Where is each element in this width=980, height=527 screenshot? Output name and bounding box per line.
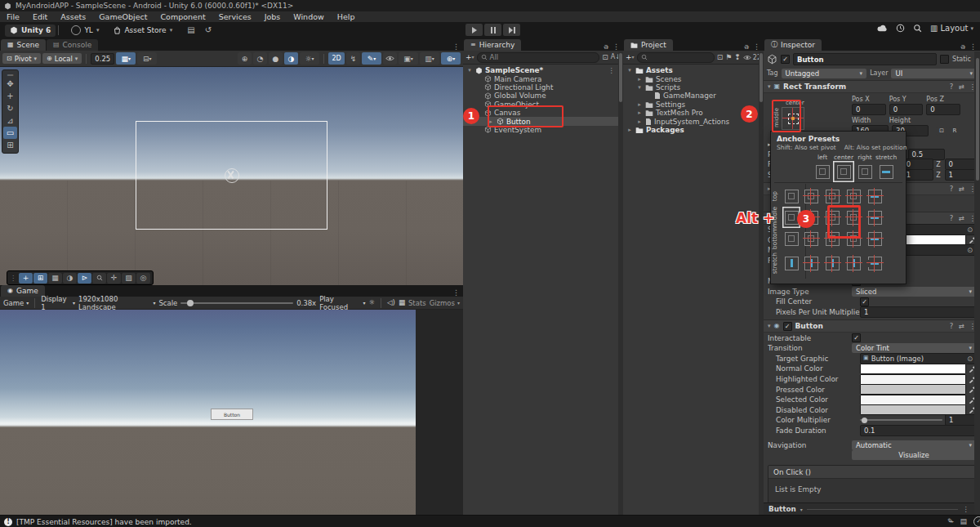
anchor-preset-top-center[interactable] — [822, 185, 843, 207]
menu-jobs[interactable]: Jobs — [258, 11, 287, 22]
camera-dropdown-icon[interactable]: ▣▾ — [399, 52, 418, 65]
pos-x-field[interactable]: 0 — [852, 104, 886, 115]
tab-game[interactable]: ◉Game — [1, 285, 45, 297]
project-row-scripts[interactable]: ▾Scripts — [623, 83, 764, 92]
overlay-grid-icon[interactable]: ▦ — [48, 273, 62, 284]
snap-settings-icon[interactable]: ⊟▾ — [137, 52, 157, 65]
mute-audio-icon[interactable]: ◁) — [387, 299, 395, 306]
light-toggle-icon[interactable]: ↯ — [346, 52, 360, 65]
view-hand-tool[interactable]: ✥ — [3, 78, 17, 90]
anchor-preset-stretch-center[interactable] — [822, 252, 843, 274]
static-checkbox[interactable] — [940, 55, 949, 64]
rect-transform-header[interactable]: ▾ ▣ Rect Transform ?⇄⋮ — [764, 80, 980, 93]
transition-dropdown[interactable]: Color Tint▾ — [852, 343, 976, 353]
cloud-icon[interactable] — [877, 25, 888, 32]
account-dropdown[interactable]: YL▾ — [66, 25, 104, 37]
menu-window[interactable]: Window — [287, 11, 330, 22]
help-icon[interactable]: ? — [950, 185, 954, 193]
overlay-axis-icon[interactable]: ✛ — [107, 273, 121, 284]
layout-dropdown[interactable]: ▥ Layout ▾ — [930, 24, 973, 33]
gizmos-dropdown[interactable]: Gizmos▾ — [430, 299, 460, 307]
anchor-preset-bottom[interactable] — [782, 228, 800, 249]
paint-dropdown-icon[interactable]: ✎▾ — [362, 52, 381, 65]
tab-project[interactable]: Project — [624, 39, 673, 51]
scene-skybox-icon[interactable]: ◑ — [284, 52, 298, 65]
scene-viewport[interactable]: ══ ✥ + ↻ ⊿ ▭ ⊞ ⋮ + ⊞ ▦ ◑ ⊳ ✛ ▨ ◎ — [0, 67, 463, 285]
scale-z-field[interactable]: 1 — [945, 169, 976, 181]
scene-fx-dropdown-icon[interactable]: ☼▾ — [300, 52, 319, 65]
search-icon[interactable] — [913, 24, 922, 33]
anchor-preset-stretch-left[interactable] — [800, 252, 822, 274]
menu-services[interactable]: Services — [212, 11, 258, 22]
target-graphic-field[interactable]: ▣Button (Image)⊙ — [860, 353, 976, 364]
scene-root-row[interactable]: ▾ SampleScene* ⋮ — [463, 66, 623, 74]
inspector-scrollbar[interactable] — [974, 51, 980, 515]
version-control-icon[interactable]: ↺ — [205, 26, 212, 34]
tab-scene[interactable]: ▦Scene — [1, 39, 46, 51]
display-dropdown[interactable]: Display 1▾ — [41, 295, 75, 311]
tag-dropdown[interactable]: Untagged▾ — [782, 69, 867, 78]
gizmos-dropdown-icon[interactable]: ⊛▾ — [441, 52, 461, 65]
anchor-preset-bottom-stretch[interactable] — [864, 228, 885, 249]
hierarchy-search-input[interactable]: All — [477, 52, 600, 63]
image-type-dropdown[interactable]: Sliced▾ — [852, 287, 976, 297]
footer-kebab-icon[interactable]: ⋮ — [962, 505, 969, 513]
game-kebab-icon[interactable]: ⋮ — [452, 288, 463, 297]
highlighted-color-swatch[interactable] — [860, 374, 966, 385]
hierarchy-kebab-icon[interactable]: ⋮ — [612, 42, 623, 51]
hierarchy-lock-icon[interactable]: a̶ — [604, 42, 612, 51]
color-multiplier-slider[interactable] — [860, 419, 942, 421]
menu-gameobject[interactable]: GameObject — [92, 11, 154, 22]
game-viewport[interactable]: Button — [0, 310, 463, 516]
menu-file[interactable]: File — [0, 11, 26, 22]
add-gameobject-button[interactable]: +▾ — [466, 54, 474, 61]
selected-color-swatch[interactable] — [860, 395, 966, 405]
search-by-label-icon[interactable]: ⚑ — [725, 54, 732, 61]
menu-component[interactable]: Component — [154, 11, 212, 22]
scene-picker-icon[interactable]: ⊡ — [602, 54, 608, 61]
anchor-preset-middle-stretch[interactable] — [864, 207, 885, 228]
collab-notification-icon[interactable]: ▤ — [960, 518, 967, 525]
presets-icon[interactable]: ⇄ — [958, 322, 964, 330]
overlay-compass-icon[interactable]: ◎ — [136, 273, 150, 284]
presets-icon[interactable]: ⇄ — [958, 214, 964, 222]
auto-generate-lighting-icon[interactable]: ✎̶ — [947, 518, 954, 525]
help-icon[interactable]: ? — [950, 322, 954, 330]
gameobject-cube-icon[interactable] — [767, 54, 777, 65]
anchor-preset-right[interactable] — [854, 161, 875, 182]
play-focused-dropdown[interactable]: Play Focused▾ — [319, 295, 365, 311]
menu-assets[interactable]: Assets — [54, 11, 92, 22]
menu-edit[interactable]: Edit — [26, 11, 54, 22]
anchor-preset-stretch-right[interactable] — [843, 252, 864, 274]
game-ui-button[interactable]: Button — [211, 409, 253, 420]
hierarchy-row-directional-light[interactable]: Directional Light — [463, 83, 623, 92]
tab-hierarchy[interactable]: ≡Hierarchy — [464, 39, 521, 51]
rect-tool[interactable]: ▭ — [3, 127, 17, 139]
hierarchy-row-main-camera[interactable]: Main Camera — [463, 74, 623, 83]
blueprint-mode-icon[interactable]: ⊡ — [936, 127, 947, 136]
background-tasks-icon[interactable]: ✓ — [973, 516, 980, 527]
unity-version-button[interactable]: Unity 6 — [5, 25, 56, 37]
undo-history-icon[interactable] — [896, 24, 905, 33]
assetbundle-footer[interactable]: Button▾ ⋮ — [764, 502, 974, 515]
anchor-preset-top[interactable] — [782, 185, 800, 207]
vsync-monitor-icon[interactable]: ▦ — [399, 299, 405, 306]
presets-icon[interactable]: ⇄ — [958, 185, 964, 193]
inspector-kebab-icon[interactable]: ⋮ — [969, 42, 980, 51]
anchor-preset-bottom-left[interactable] — [800, 228, 822, 249]
disabled-color-swatch[interactable] — [860, 404, 966, 415]
button-enabled-checkbox[interactable]: ✓ — [783, 322, 792, 331]
anchor-preset-left[interactable] — [812, 161, 833, 182]
scene-audio-icon[interactable]: ◔ — [253, 52, 267, 65]
transform-tool[interactable]: ⊞ — [3, 139, 17, 151]
toggle-2d-button[interactable]: 2D — [328, 52, 345, 65]
visualize-button[interactable]: Visualize — [852, 450, 976, 460]
fade-duration-field[interactable]: 0.1 — [860, 425, 976, 436]
game-view-dropdown[interactable]: Game▾ — [3, 299, 29, 307]
foldout-icon[interactable]: ▾ — [768, 83, 771, 90]
scene-render-mode-icon[interactable]: ⊕ — [238, 52, 252, 65]
add-asset-button[interactable]: +▾ — [626, 54, 635, 61]
scene-lighting-icon[interactable]: ● — [269, 52, 283, 65]
overlay-sphere-icon[interactable]: ◑ — [63, 273, 77, 284]
step-button[interactable] — [503, 24, 520, 36]
